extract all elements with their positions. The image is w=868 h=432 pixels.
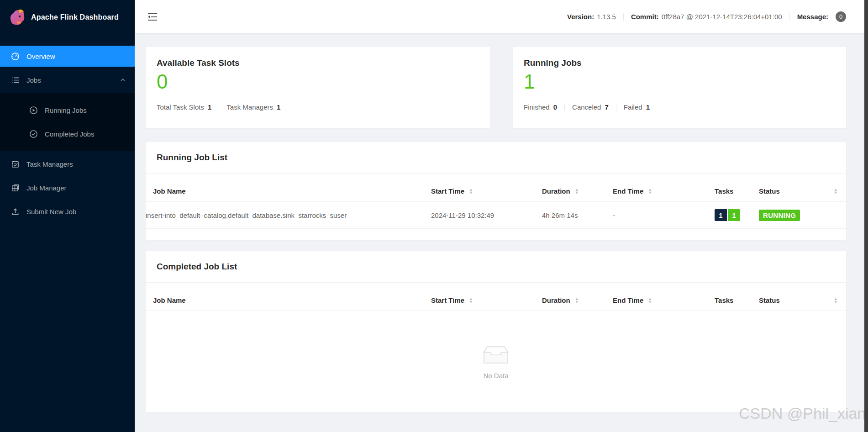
sidebar-item-submit-new-job[interactable]: Submit New Job (0, 201, 135, 222)
column-header-status[interactable]: Status ▲▼ (759, 182, 846, 201)
flink-squirrel-logo-icon (6, 7, 26, 27)
card-title: Running Jobs (524, 58, 835, 68)
sort-carets-icon[interactable]: ▲▼ (648, 188, 652, 195)
column-label: Start Time (431, 187, 464, 195)
main-area: Version: 1.13.5 Commit: 0ff28a7 @ 2021-1… (135, 0, 868, 432)
column-label: Status (759, 187, 780, 195)
completed-job-table: Job Name Start Time ▲▼ Duration ▲▼ End T… (146, 291, 846, 412)
sort-carets-icon[interactable]: ▲▼ (469, 297, 473, 304)
card-footer: Total Task Slots 1 Task Managers 1 (157, 103, 479, 111)
sort-carets-icon[interactable]: ▲▼ (575, 188, 579, 195)
footer-label: Finished (524, 103, 550, 111)
footer-divider (219, 104, 219, 111)
dashboard-icon (11, 52, 20, 61)
app-title: Apache Flink Dashboard (31, 13, 119, 21)
running-job-list-title: Running Job List (157, 153, 227, 162)
footer-value: 1 (208, 103, 211, 111)
column-label: Tasks (715, 187, 733, 195)
topbar: Version: 1.13.5 Commit: 0ff28a7 @ 2021-1… (135, 0, 868, 33)
message-label: Message: (797, 13, 828, 21)
available-task-slots-value: 0 (157, 71, 479, 93)
footer-divider (616, 104, 616, 111)
sidebar-item-label: Task Managers (26, 160, 126, 168)
sort-carets-icon[interactable]: ▲▼ (834, 297, 838, 304)
column-label: Duration (542, 296, 570, 304)
footer-label: Canceled (572, 103, 601, 111)
sidebar-menu: Overview Jobs Running Jobs (0, 46, 135, 222)
sort-carets-icon[interactable]: ▲▼ (834, 188, 838, 195)
divider (146, 173, 846, 174)
message-count-badge: 0 (836, 11, 846, 22)
column-header-start-time[interactable]: Start Time ▲▼ (431, 182, 542, 201)
column-header-duration[interactable]: Duration ▲▼ (542, 182, 613, 201)
no-data-inbox-icon (479, 344, 513, 367)
footer-value: 1 (277, 103, 280, 111)
sidebar-item-jobs[interactable]: Jobs (0, 69, 135, 90)
column-header-end-time[interactable]: End Time ▲▼ (613, 291, 715, 311)
jobs-submenu: Running Jobs Completed Jobs (0, 93, 135, 151)
running-job-table: Job Name Start Time ▲▼ Duration ▲▼ End T… (146, 182, 846, 240)
column-header-job-name: Job Name (146, 182, 431, 201)
tasks-total-badge: 1 (715, 209, 727, 221)
sort-carets-icon[interactable]: ▲▼ (648, 297, 652, 304)
card-footer: Finished 0 Canceled 7 Failed 1 (524, 103, 835, 111)
sidebar-item-label: Job Manager (26, 184, 126, 192)
sidebar-item-overview[interactable]: Overview (0, 46, 135, 67)
page-scrollbar[interactable] (864, 0, 868, 432)
column-label: Status (759, 296, 780, 304)
sidebar-item-label: Completed Jobs (45, 130, 126, 138)
meta-divider (789, 13, 790, 21)
column-header-tasks: Tasks (715, 291, 759, 311)
empty-state: No Data (146, 311, 846, 412)
sidebar-item-completed-jobs[interactable]: Completed Jobs (0, 123, 135, 144)
column-label: Job Name (153, 187, 186, 195)
start-time-cell: 2024-11-29 10:32:49 (431, 204, 542, 227)
sidebar-item-label: Jobs (26, 76, 113, 84)
duration-cell: 4h 26m 14s (542, 204, 613, 227)
sort-carets-icon[interactable]: ▲▼ (469, 188, 473, 195)
task-managers-icon (11, 160, 20, 169)
job-name-cell[interactable]: insert-into_default_catalog.default_data… (146, 204, 431, 227)
column-header-tasks: Tasks (715, 182, 759, 201)
column-header-start-time[interactable]: Start Time ▲▼ (431, 291, 542, 311)
chevron-up-icon (120, 77, 126, 83)
sidebar-item-task-managers[interactable]: Task Managers (0, 153, 135, 174)
upload-icon (11, 207, 20, 216)
available-task-slots-card: Available Task Slots 0 Total Task Slots … (146, 47, 490, 128)
footer-value: 7 (605, 103, 608, 111)
footer-value: 1 (646, 103, 650, 111)
running-jobs-card: Running Jobs 1 Finished 0 Canceled 7 Fai… (513, 47, 846, 128)
completed-job-list-card: Completed Job List Job Name Start Time ▲… (146, 251, 846, 412)
content: Available Task Slots 0 Total Task Slots … (135, 33, 868, 412)
column-label: End Time (613, 187, 643, 195)
column-header-duration[interactable]: Duration ▲▼ (542, 291, 613, 311)
cluster-meta: Version: 1.13.5 Commit: 0ff28a7 @ 2021-1… (567, 11, 846, 22)
divider (146, 282, 846, 283)
completed-job-list-title: Completed Job List (157, 262, 237, 271)
meta-divider (623, 13, 624, 21)
table-row[interactable]: insert-into_default_catalog.default_data… (146, 202, 846, 229)
running-jobs-value: 1 (524, 71, 835, 93)
column-label: Start Time (431, 296, 464, 304)
tasks-running-badge: 1 (728, 209, 740, 221)
version-value: 1.13.5 (597, 13, 616, 21)
divider (157, 97, 479, 97)
version-label: Version: (567, 13, 594, 21)
column-label: Duration (542, 187, 570, 195)
app-logo-row: Apache Flink Dashboard (0, 0, 135, 35)
scrollbar-thumb[interactable] (864, 0, 868, 432)
column-label: Job Name (153, 296, 186, 304)
sidebar: Apache Flink Dashboard Overview Jobs (0, 0, 135, 432)
column-label: Tasks (715, 296, 733, 304)
column-label: End Time (613, 296, 643, 304)
menu-fold-icon[interactable] (147, 11, 158, 23)
footer-label: Total Task Slots (157, 103, 204, 111)
sidebar-item-running-jobs[interactable]: Running Jobs (0, 100, 135, 121)
stat-cards-row: Available Task Slots 0 Total Task Slots … (146, 47, 846, 128)
job-manager-icon (11, 184, 20, 192)
commit-label: Commit: (631, 13, 659, 21)
column-header-end-time[interactable]: End Time ▲▼ (613, 182, 715, 201)
column-header-status[interactable]: Status ▲▼ (759, 291, 846, 311)
sidebar-item-job-manager[interactable]: Job Manager (0, 177, 135, 198)
sort-carets-icon[interactable]: ▲▼ (575, 297, 579, 304)
